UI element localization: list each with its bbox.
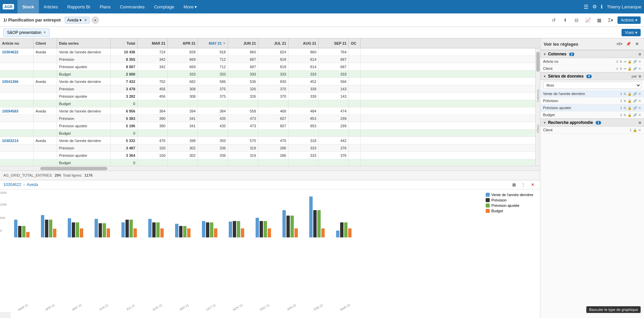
col-header-oct[interactable]: OC (349, 38, 361, 48)
filter-icon[interactable]: ⊟ (572, 15, 581, 25)
chart-breadcrumb-article[interactable]: 10304622 (3, 182, 21, 187)
chart-icon[interactable]: 📈 (583, 15, 593, 25)
nav-comptage[interactable]: Comptage (149, 0, 179, 13)
col-article-lock-icon[interactable]: 🔒 (627, 60, 632, 63)
series-prevision-link-icon[interactable]: 🔗 (633, 99, 637, 103)
series-vente-link-icon[interactable]: 🔗 (633, 92, 637, 96)
pin-icon[interactable]: 📌 (625, 40, 632, 48)
cell-article[interactable]: 10541366 (0, 78, 34, 85)
vertical-scrollbar[interactable]: Colonnes Filtres (535, 48, 540, 166)
horizontal-scrollbar[interactable] (0, 166, 540, 171)
chart-bar-icon[interactable]: ▦ (510, 181, 518, 189)
col-header-client[interactable]: Client (34, 38, 57, 48)
recherche-expand-icon[interactable]: ⊕ (638, 121, 641, 125)
bar-budget-11 (321, 228, 325, 237)
recherche-client-close-icon[interactable]: ✕ (638, 128, 641, 132)
col-client-lock-icon[interactable]: 🔒 (627, 67, 632, 71)
cell-article[interactable]: 10594583 (0, 107, 34, 115)
chart-close-icon[interactable]: ✕ (529, 181, 537, 189)
col-client-nav-icon[interactable]: ↠ (623, 67, 627, 71)
series-expand-icon[interactable]: ⊕ (638, 74, 641, 79)
series-prevision-sort-icon[interactable]: ⇅ (623, 99, 627, 103)
col-article-nav-icon[interactable]: ↠ (623, 60, 627, 63)
col-header-total[interactable]: Total (111, 38, 138, 48)
series-vente-sort-icon[interactable]: ⇅ (623, 92, 627, 96)
settings-icon[interactable]: ⚙ (592, 4, 597, 10)
recherche-section-header[interactable]: ▼ Recherche approfondie 1 ⊕ (540, 119, 644, 127)
col-article-info-icon[interactable]: ℹ (616, 60, 618, 63)
chart-breadcrumb-client[interactable]: Aveda (26, 182, 38, 187)
col-header-sep21[interactable]: SEP 21 (319, 38, 349, 48)
refresh-icon[interactable]: ↺ (549, 15, 558, 25)
colonnes-expand-icon[interactable]: ⊕ (638, 52, 641, 56)
col-header-aug21[interactable]: AUG 21 (288, 38, 319, 48)
cell-article[interactable]: 10304622 (0, 48, 34, 55)
nav-rapports-bi[interactable]: Rapports BI (62, 0, 95, 13)
col-article-sort-icon[interactable]: ⇅ (619, 60, 623, 63)
colonnes-section-header[interactable]: ▼ Colonnes 2 ⊕ (540, 50, 644, 58)
horizontal-scroll-thumb[interactable] (40, 167, 107, 170)
series-vente-lock-icon[interactable]: 🔒 (627, 92, 632, 96)
col-client-close-icon[interactable]: ✕ (638, 67, 641, 71)
col-header-mar21[interactable]: MAR 21 (138, 38, 168, 48)
series-prevision-ajustee-sort-icon[interactable]: ⇅ (623, 106, 627, 110)
series-prevision-ajustee-link-icon[interactable]: 🔗 (633, 106, 637, 110)
bar-prevision_adj-12 (344, 222, 347, 237)
nav-more[interactable]: More ▾ (179, 0, 202, 13)
close-panel-icon[interactable]: ✕ (633, 40, 641, 48)
col-client-link-icon[interactable]: 🔗 (633, 67, 637, 71)
col-header-may21[interactable]: MAY 21 ▼ (198, 38, 228, 48)
series-prevision-close-icon[interactable]: ✕ (638, 99, 641, 103)
col-header-article[interactable]: Article no (0, 38, 34, 48)
actions-button[interactable]: Actions ▾ (618, 16, 641, 24)
info-icon[interactable]: ℹ (601, 4, 603, 10)
chart-more-icon[interactable]: ⋮ (519, 181, 527, 189)
series-budget-close-icon[interactable]: ✕ (638, 113, 641, 117)
grid-icon[interactable]: ▦ (595, 15, 604, 25)
series-budget-link-icon[interactable]: 🔗 (633, 113, 637, 117)
series-section-header[interactable]: ▼ Séries de données 4 par ⊕ (540, 72, 644, 80)
col-header-apr21[interactable]: APR 21 (168, 38, 198, 48)
nav-articles[interactable]: Articles (39, 0, 63, 13)
recherche-client-lock-icon[interactable]: 🔒 (633, 128, 637, 132)
add-breadcrumb-button[interactable]: + (92, 16, 99, 24)
breadcrumb-close-icon[interactable]: ✕ (84, 18, 87, 22)
tab-close-icon[interactable]: ✕ (43, 31, 46, 34)
code-icon[interactable]: </> (616, 40, 623, 48)
series-prevision-ajustee-lock-icon[interactable]: 🔒 (627, 106, 632, 110)
series-prevision-info-icon[interactable]: ℹ (621, 99, 622, 103)
series-budget-info-icon[interactable]: ℹ (621, 113, 622, 117)
hamburger-icon[interactable]: ☰ (584, 4, 588, 10)
breadcrumb-button[interactable]: Aveda ▾ ✕ (65, 17, 90, 24)
col-header-jun21[interactable]: JUN 21 (228, 38, 258, 48)
series-vente-info-icon[interactable]: ℹ (621, 92, 622, 96)
col-article-close-icon[interactable]: ✕ (638, 60, 641, 63)
series-vente-close-icon[interactable]: ✕ (638, 92, 641, 96)
download-icon[interactable]: ⬇ (560, 15, 570, 25)
cell-sep: 687 (319, 56, 349, 63)
col-header-dataseries[interactable]: Data series (57, 38, 111, 48)
nav-commandes[interactable]: Commandes (115, 0, 150, 13)
col-client-sort-icon[interactable]: ⇅ (619, 67, 623, 71)
tab-sop-presentation[interactable]: S&OP presentation ✕ (3, 29, 50, 37)
vues-button[interactable]: Vues ▾ (622, 29, 641, 36)
cell-client: Aveda (34, 137, 57, 144)
cell-sep: 442 (319, 137, 349, 144)
series-budget-lock-icon[interactable]: 🔒 (627, 113, 632, 117)
series-groupby-select[interactable]: Mois (543, 82, 641, 89)
series-prevision-ajustee-info-icon[interactable]: ℹ (621, 106, 622, 110)
nav-plans[interactable]: Plans (95, 0, 115, 13)
recherche-client-info-icon[interactable]: ℹ (630, 128, 631, 132)
series-budget-sort-icon[interactable]: ⇅ (623, 113, 627, 117)
col-client-info-icon[interactable]: ℹ (616, 67, 618, 71)
recherche-client-row: Client ℹ 🔒 ✕ (540, 127, 644, 134)
nav-stock[interactable]: Stock (17, 0, 39, 13)
col-article-link-icon[interactable]: 🔗 (633, 60, 637, 63)
series-prevision-lock-icon[interactable]: 🔒 (627, 99, 632, 103)
col-header-jul21[interactable]: JUL 21 (258, 38, 288, 48)
vertical-scroll-thumb[interactable] (536, 52, 540, 72)
cell-article[interactable]: 10302214 (0, 137, 34, 144)
series-budget-icons: ⇅ 🔒 🔗 ✕ (623, 113, 641, 117)
sigma-icon[interactable]: Σ▾ (606, 15, 615, 25)
series-prevision-ajustee-close-icon[interactable]: ✕ (638, 106, 641, 110)
